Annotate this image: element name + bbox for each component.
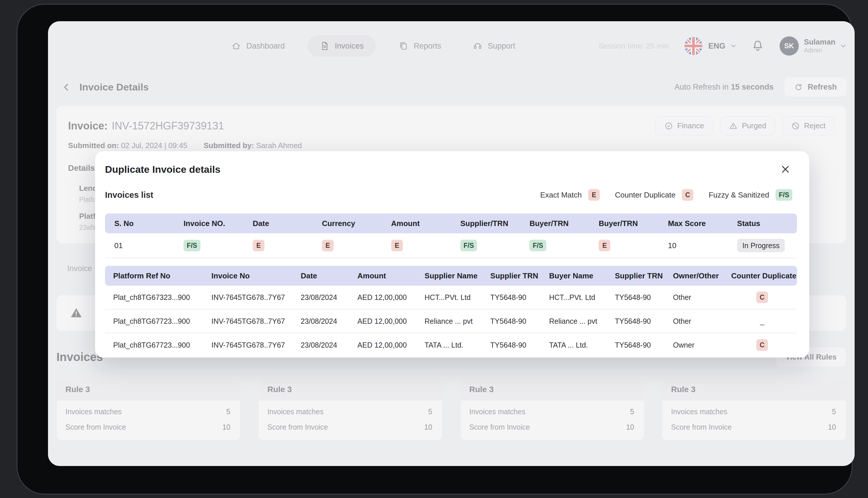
match-badge: E (322, 240, 334, 251)
match-badge: F/S (184, 240, 200, 251)
counter-duplicate-badge: C (682, 189, 694, 201)
match-badge: F/S (529, 240, 546, 251)
summary-table-header: S. No Invoice NO. Date Currency Amount S… (105, 213, 797, 233)
close-icon[interactable] (779, 163, 791, 175)
match-badge: F/S (460, 240, 477, 251)
modal-title: Duplicate Invoice details (105, 164, 221, 175)
max-score: 10 (668, 241, 676, 250)
s-no: 01 (114, 241, 123, 250)
device-frame: Dashboard Invoices Reports (16, 4, 853, 495)
counter-duplicate-badge: C (756, 339, 768, 351)
match-badge: E (391, 240, 403, 251)
legend: Exact Match E Counter Duplicate C Fuzzy … (540, 189, 792, 201)
detail-table-row[interactable]: Plat_ch8TG67323...900 INV-7645TG678..7Y6… (105, 286, 797, 310)
screen: Dashboard Invoices Reports (48, 21, 855, 466)
fuzzy-sanitized-badge: F/S (776, 189, 792, 201)
invoices-list-title: Invoices list (105, 190, 153, 200)
counter-duplicate-badge: C (756, 291, 768, 303)
no-counter-duplicate: _ (760, 317, 764, 326)
match-badge: E (599, 240, 610, 251)
summary-table-row[interactable]: 01 F/S E E E F/S F/S E 10 In Progress (105, 233, 797, 258)
detail-table-header: Platform Ref No Invoice No Date Amount S… (105, 266, 797, 286)
detail-table-row[interactable]: Plat_ch8TG67723...900 INV-7645TG678..7Y6… (105, 310, 797, 333)
match-badge: E (253, 240, 264, 251)
legend-fuzzy-sanitized: Fuzzy & Sanitized F/S (709, 189, 792, 201)
status-badge: In Progress (737, 239, 785, 252)
legend-counter-duplicate: Counter Duplicate C (615, 189, 694, 201)
detail-table-row[interactable]: Plat_ch8TG67723...900 INV-7645TG678..7Y6… (105, 333, 797, 357)
exact-match-badge: E (588, 189, 600, 201)
legend-exact-match: Exact Match E (540, 189, 600, 201)
duplicate-invoice-modal: Duplicate Invoice details Invoices list … (95, 151, 809, 357)
